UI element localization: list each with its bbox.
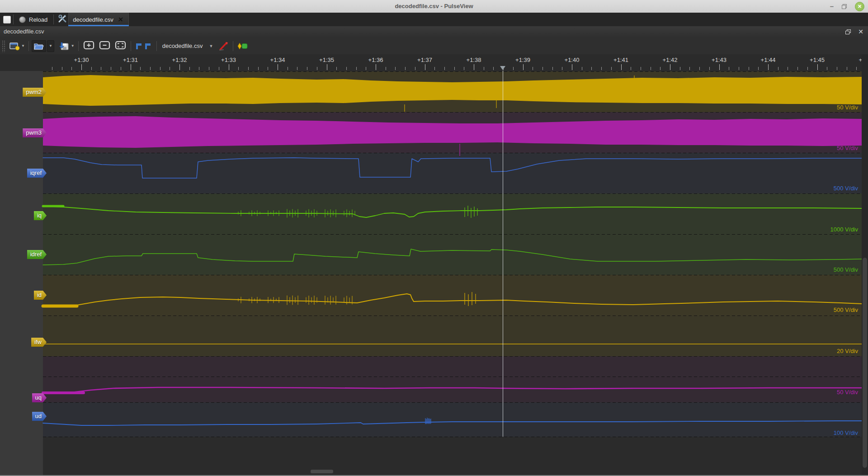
ruler-minor-tick <box>317 67 317 70</box>
ruler-major-tick <box>572 64 572 70</box>
tab-close-icon[interactable]: ✕ <box>118 16 124 23</box>
minimize-button[interactable]: – <box>830 4 834 9</box>
ruler-major-tick <box>179 64 180 70</box>
chevron-down-icon: ▼ <box>71 44 75 48</box>
ruler-minor-tick <box>680 67 680 70</box>
trace-label-iqref[interactable]: iqref <box>27 169 47 178</box>
open-file-button[interactable] <box>32 40 46 52</box>
division-line <box>43 377 862 377</box>
panel-header: decodedfile.csv ✕ <box>0 26 868 38</box>
ruler-minor-tick <box>749 67 749 70</box>
ruler-minor-tick <box>160 67 160 70</box>
settings-wrench-icon[interactable] <box>58 14 67 25</box>
ruler-major-tick <box>817 64 818 70</box>
ruler-minor-tick <box>288 67 288 70</box>
ruler-major-tick <box>81 64 82 70</box>
float-panel-icon[interactable] <box>845 29 851 34</box>
session-tab-bar: Reload decodedfile.csv ✕ <box>0 13 868 26</box>
ruler-minor-tick <box>170 67 170 70</box>
ruler-time-label: +1:30 <box>74 57 89 63</box>
ruler-time-label: +1:42 <box>663 57 678 63</box>
zoom-in-button[interactable] <box>83 41 94 52</box>
device-selector[interactable]: decodedfile.csv ▼ <box>162 42 213 49</box>
trace-row <box>43 316 862 356</box>
ruler-minor-tick <box>699 67 700 70</box>
trace-label-idref[interactable]: idref <box>27 250 47 259</box>
ruler-minor-tick <box>582 67 582 70</box>
ruler-major-tick <box>670 64 670 70</box>
ruler-major-tick <box>229 64 229 70</box>
panel-close-icon[interactable]: ✕ <box>858 28 863 35</box>
ruler-minor-tick <box>52 67 52 70</box>
reload-button[interactable]: Reload <box>19 16 47 23</box>
ruler-minor-tick <box>366 67 366 70</box>
division-line <box>43 275 862 275</box>
division-line <box>43 193 862 194</box>
ruler-time-label: +1:44 <box>761 57 776 63</box>
trace-label-pwm2[interactable]: pwm2 <box>23 88 47 97</box>
ruler-minor-tick <box>238 67 239 70</box>
ruler-time-label: +1:32 <box>172 57 187 63</box>
ruler-minor-tick <box>71 67 72 70</box>
pulseview-window: decodedfile.csv - PulseView – ✕ Reload d… <box>0 0 868 476</box>
new-session-button[interactable]: ▼ <box>9 42 25 51</box>
main-toolbar: ▼ ▼ ▼ <box>0 38 868 55</box>
ruler-minor-tick <box>258 67 259 70</box>
chevron-down-icon: ▼ <box>49 44 52 48</box>
run-stop-button[interactable] <box>3 16 11 24</box>
trigger-marker-icon <box>136 42 142 50</box>
save-button[interactable]: ▼ <box>59 42 75 51</box>
ruler-minor-tick <box>778 67 778 70</box>
scale-label-iqref: 500 V/div <box>834 185 858 192</box>
scale-label-idref: 500 V/div <box>834 266 858 273</box>
ruler-minor-tick <box>631 67 631 70</box>
tab-decodedfile[interactable]: decodedfile.csv ✕ <box>68 13 128 26</box>
ruler-minor-tick <box>434 67 435 70</box>
trace-label-pwm3[interactable]: pwm3 <box>23 128 47 137</box>
ruler-time-label: +1:38 <box>467 57 481 63</box>
vertical-scrollbar-handle[interactable] <box>863 258 867 468</box>
new-session-icon <box>9 42 20 51</box>
reload-label: Reload <box>29 16 47 23</box>
ruler-minor-tick <box>444 67 445 70</box>
add-decoder-button[interactable] <box>237 42 249 51</box>
zoom-fit-button[interactable] <box>115 41 126 52</box>
ruler-minor-tick <box>513 67 514 70</box>
toolbar-grip-handle[interactable] <box>2 40 5 52</box>
trace-view[interactable]: +1:30+1:31+1:32+1:33+1:34+1:35+1:36+1:37… <box>0 54 868 476</box>
ruler-time-label: +1:39 <box>515 57 530 63</box>
separator <box>28 41 29 51</box>
ruler-time-label: +1:36 <box>368 57 383 63</box>
ruler-minor-tick <box>562 67 562 70</box>
cursor-line <box>503 71 503 437</box>
open-file-dropdown[interactable]: ▼ <box>47 40 54 52</box>
ruler-major-tick <box>131 64 131 70</box>
reload-icon <box>19 16 26 23</box>
scale-label-ud: 100 V/div <box>834 429 858 436</box>
ruler-major-tick <box>768 64 769 70</box>
ruler-major-tick <box>425 64 425 70</box>
horizontal-scrollbar-handle[interactable] <box>311 470 333 473</box>
ruler-major-tick <box>621 64 622 70</box>
titlebar[interactable]: decodedfile.csv - PulseView – ✕ <box>0 0 868 13</box>
ruler-major-tick <box>474 64 474 70</box>
trace-row <box>43 112 862 153</box>
trigger-marker-icon <box>145 42 151 50</box>
configure-channels-button[interactable] <box>218 41 229 51</box>
ruler-minor-tick <box>268 67 268 70</box>
ruler-minor-tick <box>356 67 357 70</box>
cursor-marker-flag[interactable] <box>500 66 505 70</box>
division-line <box>43 437 862 437</box>
trigger-marker-b-button[interactable] <box>145 42 151 50</box>
restore-button[interactable] <box>842 4 847 9</box>
ruler-minor-tick <box>827 67 827 70</box>
trigger-marker-a-button[interactable] <box>136 42 142 50</box>
panel-title: decodedfile.csv <box>4 26 44 37</box>
trace-row <box>43 71 862 112</box>
ruler-minor-tick <box>601 67 602 70</box>
close-button[interactable]: ✕ <box>855 2 864 11</box>
zoom-out-button[interactable] <box>99 41 110 52</box>
chevron-down-icon: ▼ <box>21 44 25 48</box>
ruler-minor-tick <box>856 67 857 70</box>
ruler-time-label: +1:35 <box>319 57 334 63</box>
